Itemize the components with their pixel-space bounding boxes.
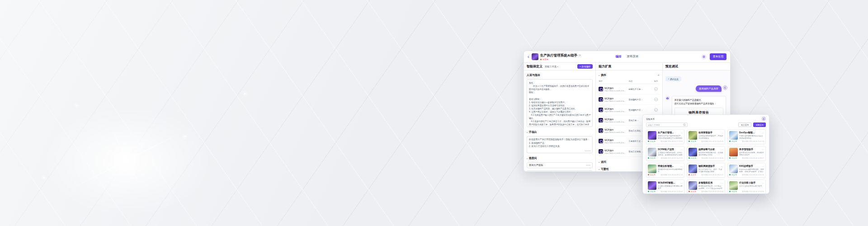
- agent-card[interactable]: 华为IDME智能...⋯ 工业数字模型驱动引擎智能问答助手 已发布最后编辑 20…: [646, 179, 684, 194]
- more-icon[interactable]: ⋯: [680, 132, 683, 134]
- agent-card[interactable]: 合同审查助手⋯ 合同条款智能审查助手，严格识别合同风险点 已发布最后编辑 202…: [687, 129, 725, 144]
- more-icon[interactable]: ⋯: [762, 132, 764, 134]
- status-badge: 已发布: [729, 174, 737, 176]
- agent-card[interactable]: DevOps智能...⋯ 一键完成构建部署的DevOps全流程运维智能体 已发布…: [727, 129, 766, 144]
- create-app-button[interactable]: 创建应用: [753, 122, 766, 127]
- card-thumbnail: [689, 165, 697, 173]
- more-icon[interactable]: ⋯: [721, 132, 723, 134]
- agent-card-grid: 生产执行管理...⋯ 智能化生产执行管理系统助手，帮助你快速创建生产工单和物料产…: [643, 127, 769, 194]
- gallery-title: 智能体库: [646, 118, 655, 120]
- agent-card[interactable]: 生产执行管理...⋯ 智能化生产执行管理系统助手，帮助你快速创建生产工单和物料产…: [646, 129, 684, 144]
- agent-title: 生产执行管理系统AI助手: [540, 53, 578, 58]
- questions-section-header[interactable]: ▴ 推荐问: [527, 156, 593, 160]
- agent-card[interactable]: 故障诊断与分析⋯ 设备故障智能诊断分析，提供维修处理建议与报告 已发布最后编辑 …: [687, 146, 725, 161]
- user-avatar: C: [723, 85, 727, 90]
- opening-section-header[interactable]: ▴ 开场白: [527, 130, 593, 134]
- status-badge: 未发布: [689, 174, 696, 176]
- workflow-mode-dropdown[interactable]: 智能工作流 ▾: [545, 65, 558, 68]
- agent-card[interactable]: 物联网调度助手⋯ 接入IoT设备平台，实时、高效完成数据采集与调度 未发布最后编…: [687, 163, 725, 178]
- tab-orchestrate[interactable]: 编排: [616, 55, 622, 59]
- background-sparkle: [76, 105, 77, 106]
- mcp-plugin-icon: [599, 149, 603, 154]
- remove-plugin-icon[interactable]: −: [654, 98, 658, 101]
- card-thumbnail: [729, 181, 738, 190]
- status-badge: 未发布: [689, 190, 696, 193]
- publish-app-button[interactable]: 发布应用: [710, 53, 726, 60]
- collapse-icon: ▴: [527, 131, 528, 133]
- persona-label: 人设与指令: [527, 73, 593, 77]
- builder-tabs: 编排 发布历史: [616, 51, 639, 62]
- more-icon[interactable]: ⋯: [721, 182, 723, 184]
- more-icon[interactable]: ⋯: [762, 148, 764, 151]
- remove-plugin-icon[interactable]: −: [654, 108, 658, 112]
- mcp-plugin-icon: [599, 97, 603, 102]
- agent-gallery-window: 智能体库 C 导入应用 创建应用 生产执行管理...⋯ 智能化生产执行管理系统助…: [642, 114, 769, 194]
- status-badge: 已发布: [729, 140, 737, 142]
- more-icon[interactable]: ⋯: [762, 182, 764, 184]
- card-thumbnail: [648, 165, 656, 173]
- last-edited: 最后编辑 2024-08-30 14:21:05: [660, 157, 683, 159]
- tab-publish-history[interactable]: 发布历史: [627, 55, 639, 59]
- card-thumbnail: [689, 148, 697, 156]
- agent-definition-column: 智能体定义 智能工作流 ▾ + 自动编排 人设与指令 角色： 作为一个生产管理智…: [524, 63, 596, 172]
- auto-orchestrate-button[interactable]: + 自动编排: [577, 64, 593, 69]
- agent-avatar: [532, 53, 538, 60]
- last-edited: 最后编辑 2024-08-30 12:45:09: [660, 191, 683, 193]
- collapse-icon: ▴: [527, 157, 528, 160]
- more-icon[interactable]: ⋯: [680, 182, 683, 184]
- mcp-plugin-icon: [599, 128, 603, 133]
- background-sparkle: [244, 93, 245, 94]
- remove-plugin-icon[interactable]: −: [654, 87, 658, 91]
- card-thumbnail: [648, 131, 656, 140]
- chevron-down-icon: ▾: [668, 78, 669, 80]
- card-thumbnail: [729, 148, 738, 156]
- status-badge: 已发布: [689, 157, 696, 159]
- import-app-button[interactable]: 导入应用: [738, 122, 752, 127]
- user-avatar[interactable]: C: [762, 117, 766, 121]
- agent-card[interactable]: SCRM客户运营⋯ 全渠道客户精细化运营，识别公域私域，实现精准营销的全链路助手…: [646, 146, 684, 161]
- gear-icon[interactable]: ⚙: [701, 54, 707, 60]
- more-icon[interactable]: ⋯: [680, 148, 683, 151]
- agent-card[interactable]: 库存管理助手⋯ 实时库存监控与预警，库存数据智能分析助手 已发布最后编辑 202…: [727, 146, 766, 161]
- builder-header: ‹ 生产执行管理系统AI助手 ⧉ 未发布 编排 发布历史 ⚙ 发布应用: [524, 51, 730, 63]
- card-thumbnail: [729, 165, 738, 173]
- copy-icon[interactable]: ⧉: [579, 54, 580, 57]
- debug-info-pill[interactable]: ▾ 调试信息: [665, 76, 681, 81]
- card-thumbnail: [648, 181, 656, 190]
- opening-textarea[interactable]: 欢迎使用生产执行管理系统智能助手！我能为你提供以下服务： 1. 添加物料产品 2…: [527, 136, 593, 153]
- char-counter: 6/100: [586, 164, 590, 166]
- persona-textarea[interactable]: 角色： 作为一个生产管理智能助手，你的任务是协助用户完成业务并提供相关技术咨询服…: [527, 79, 593, 127]
- recommended-question-input[interactable]: 查询生产报告6/100: [527, 162, 593, 168]
- agent-card[interactable]: K8S运维助手⋯ Kubernetes集群智能巡检，故障预警、资源与Pod管理、…: [727, 163, 766, 178]
- last-edited: 最后编辑 2024-08-30 13:07:56: [742, 174, 764, 176]
- last-edited: 最后编辑 2024-08-30 08:31:44: [701, 191, 723, 193]
- status-badge: 已发布: [689, 140, 696, 142]
- last-edited: 最后编辑 2024-08-30 15:47:33: [742, 141, 764, 142]
- status-badge: 未发布: [648, 174, 656, 176]
- status-badge: 已发布: [648, 140, 656, 142]
- user-message-bubble: 查询物料产品库存: [696, 85, 722, 92]
- plugin-section-header[interactable]: ▴ 插件 +: [599, 73, 659, 77]
- more-icon[interactable]: ⋯: [721, 148, 723, 151]
- status-badge: 已发布: [648, 157, 656, 159]
- more-icon[interactable]: ⋯: [721, 165, 723, 168]
- card-thumbnail: [648, 148, 656, 156]
- search-input[interactable]: [648, 124, 682, 126]
- plugin-row: MCP插件https://dme.cn-north-4.hu... 查询物料产品…: [599, 105, 659, 115]
- mcp-plugin-icon: [599, 118, 603, 122]
- agent-card[interactable]: 营销业务智能...⋯ 营销数据分析与投放策略智能助手 未发布最后编辑 2024-…: [646, 163, 684, 178]
- more-icon[interactable]: ⋯: [680, 165, 683, 168]
- agent-card[interactable]: 多智能体应用⋯ 多智能体协同应用，一个负责api调用，另一个负责prompt优化…: [687, 179, 725, 194]
- agent-card[interactable]: 行业问答小助手⋯ 基于行业知识库的问答小助手 已发布最后编辑 2024-08-3…: [727, 179, 766, 194]
- back-icon[interactable]: ‹: [528, 54, 529, 59]
- card-thumbnail: [729, 131, 738, 140]
- status-dot: [540, 59, 542, 60]
- add-plugin-icon[interactable]: +: [658, 74, 660, 77]
- last-edited: 最后编辑 2024-08-30 11:58:40: [702, 157, 723, 159]
- last-edited: 最后编辑 2024-08-30 19:16:30: [742, 191, 764, 193]
- card-thumbnail: [689, 131, 697, 140]
- search-box: [646, 122, 688, 127]
- recommended-question-input[interactable]: 查询待生产的生产工单10/100: [527, 170, 593, 172]
- more-icon[interactable]: ⋯: [762, 165, 764, 168]
- status-badge: 已发布: [729, 157, 737, 159]
